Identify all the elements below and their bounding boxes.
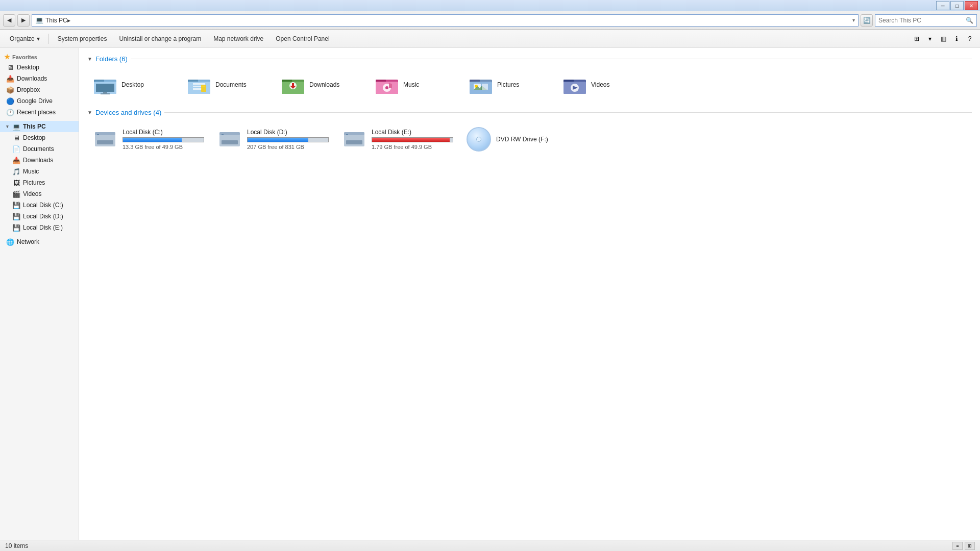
favorites-star-icon: ★ bbox=[4, 53, 10, 61]
drive-icon-f bbox=[467, 127, 491, 152]
sidebar-item-recent-places[interactable]: 🕐 Recent places bbox=[0, 107, 79, 118]
sidebar-item-videos[interactable]: 🎬 Videos bbox=[0, 188, 79, 199]
uninstall-button[interactable]: Uninstall or change a program bbox=[113, 32, 207, 45]
sidebar-item-downloads[interactable]: 📥 Downloads bbox=[0, 155, 79, 166]
folder-item-downloads[interactable]: Downloads bbox=[275, 69, 367, 101]
back-button[interactable]: ◀ bbox=[3, 14, 15, 27]
svg-rect-11 bbox=[193, 88, 202, 90]
forward-button[interactable]: ▶ bbox=[17, 14, 30, 27]
sidebar-item-local-d[interactable]: 💾 Local Disk (D:) bbox=[0, 211, 79, 222]
local-d-icon: 💾 bbox=[12, 212, 20, 220]
drive-icon-d bbox=[217, 127, 242, 152]
drive-info-e: Local Disk (E:) 1.79 GB free of 49.9 GB bbox=[372, 129, 453, 150]
folders-section-header: ▼ Folders (6) bbox=[87, 55, 972, 63]
open-control-panel-button[interactable]: Open Control Panel bbox=[270, 32, 335, 45]
system-properties-button[interactable]: System properties bbox=[52, 32, 113, 45]
folder-item-music[interactable]: Music bbox=[369, 69, 461, 101]
sidebar-item-network[interactable]: 🌐 Network bbox=[0, 236, 79, 247]
details-pane-button[interactable]: ℹ bbox=[950, 33, 963, 45]
dvd-disc-icon bbox=[467, 127, 491, 152]
folder-item-pictures[interactable]: Pictures bbox=[463, 69, 555, 101]
sidebar-item-desktop[interactable]: 🖥 Desktop bbox=[0, 132, 79, 143]
this-pc-expand-icon: ▾ bbox=[6, 124, 9, 129]
refresh-button[interactable]: 🔄 bbox=[861, 14, 873, 27]
drive-bar-fill-c bbox=[123, 138, 182, 142]
svg-rect-5 bbox=[101, 93, 110, 94]
close-button[interactable]: ✕ bbox=[965, 1, 978, 10]
dropbox-icon: 📦 bbox=[6, 86, 14, 94]
content-area: ▼ Folders (6) bbox=[79, 48, 980, 540]
drives-grid: Local Disk (C:) 13.3 GB free of 49.9 GB bbox=[87, 122, 972, 156]
content-inner: ▼ Folders (6) bbox=[79, 48, 980, 161]
svg-rect-4 bbox=[103, 92, 107, 93]
folder-item-desktop[interactable]: Desktop bbox=[87, 69, 179, 101]
folders-section-title: Folders (6) bbox=[95, 55, 128, 63]
main-layout: ★ Favorites 🖥 Desktop 📥 Downloads 📦 Drop… bbox=[0, 48, 980, 540]
maximize-button[interactable]: □ bbox=[950, 1, 964, 10]
recent-places-label: Recent places bbox=[17, 109, 56, 116]
folder-item-videos[interactable]: Videos bbox=[557, 69, 649, 101]
desktop-icon: 🖥 bbox=[12, 134, 20, 142]
drive-item-f[interactable]: DVD RW Drive (F:) bbox=[461, 122, 578, 156]
folder-item-documents[interactable]: Documents bbox=[181, 69, 273, 101]
address-chevron[interactable]: ▾ bbox=[852, 17, 855, 23]
address-box[interactable]: 💻 This PC ▸ ▾ bbox=[32, 14, 859, 27]
address-bar: ◀ ▶ 💻 This PC ▸ ▾ 🔄 🔍 bbox=[0, 11, 980, 30]
network-icon: 🌐 bbox=[6, 238, 14, 246]
svg-point-23 bbox=[385, 86, 388, 89]
status-view-details-button[interactable]: ≡ bbox=[952, 542, 963, 550]
network-label: Network bbox=[17, 238, 39, 245]
documents-label: Documents bbox=[23, 145, 54, 153]
title-bar: ─ □ ✕ bbox=[0, 0, 980, 11]
folder-name-documents: Documents bbox=[215, 81, 247, 88]
local-c-label: Local Disk (C:) bbox=[23, 202, 63, 209]
map-network-button[interactable]: Map network drive bbox=[208, 32, 269, 45]
sidebar-item-google-drive[interactable]: 🔵 Google Drive bbox=[0, 95, 79, 107]
search-input[interactable] bbox=[878, 17, 966, 24]
sidebar-item-dropbox[interactable]: 📦 Dropbox bbox=[0, 84, 79, 95]
help-button[interactable]: ? bbox=[964, 33, 976, 45]
drives-collapse-icon[interactable]: ▼ bbox=[87, 110, 92, 115]
pictures-label: Pictures bbox=[23, 179, 45, 186]
drive-icon-e bbox=[342, 127, 366, 152]
status-view-controls: ≡ ⊞ bbox=[952, 542, 975, 550]
search-box[interactable]: 🔍 bbox=[875, 14, 977, 27]
preview-pane-button[interactable]: ▥ bbox=[937, 33, 949, 45]
address-pc-icon: 💻 bbox=[35, 16, 43, 24]
sidebar-item-music[interactable]: 🎵 Music bbox=[0, 166, 79, 177]
this-pc-icon: 💻 bbox=[12, 122, 20, 131]
local-c-icon: 💾 bbox=[12, 201, 20, 209]
drive-item-d[interactable]: Local Disk (D:) 207 GB free of 831 GB bbox=[212, 122, 334, 156]
sidebar-item-pictures[interactable]: 🖼 Pictures bbox=[0, 177, 79, 188]
sidebar-item-desktop-fav[interactable]: 🖥 Desktop bbox=[0, 62, 79, 73]
search-icon: 🔍 bbox=[966, 17, 973, 24]
dropbox-label: Dropbox bbox=[17, 86, 40, 93]
svg-rect-45 bbox=[222, 140, 238, 144]
view-tiles-button[interactable]: ⊞ bbox=[911, 33, 923, 45]
drive-item-c[interactable]: Local Disk (C:) 13.3 GB free of 49.9 GB bbox=[87, 122, 210, 156]
status-view-grid-button[interactable]: ⊞ bbox=[965, 542, 975, 550]
minimize-button[interactable]: ─ bbox=[936, 1, 949, 10]
sidebar-item-documents[interactable]: 📄 Documents bbox=[0, 143, 79, 155]
drive-name-e: Local Disk (E:) bbox=[372, 129, 453, 136]
view-dropdown-button[interactable]: ▾ bbox=[924, 33, 936, 45]
folder-thumb-videos bbox=[562, 72, 587, 97]
svg-rect-41 bbox=[97, 140, 113, 144]
videos-icon: 🎬 bbox=[12, 190, 20, 198]
sidebar-item-local-e[interactable]: 💾 Local Disk (E:) bbox=[0, 222, 79, 233]
drives-section-header: ▼ Devices and drives (4) bbox=[87, 109, 972, 116]
favorites-label: Favorites bbox=[12, 54, 37, 60]
drive-item-e[interactable]: Local Disk (E:) 1.79 GB free of 49.9 GB bbox=[336, 122, 459, 156]
music-icon: 🎵 bbox=[12, 167, 20, 176]
svg-rect-40 bbox=[97, 134, 99, 135]
sidebar-item-downloads-fav[interactable]: 📥 Downloads bbox=[0, 73, 79, 84]
sidebar-item-local-c[interactable]: 💾 Local Disk (C:) bbox=[0, 199, 79, 211]
drive-bar-bg-d bbox=[247, 137, 329, 142]
drive-icon-c bbox=[93, 127, 117, 152]
organize-button[interactable]: Organize ▾ bbox=[4, 32, 45, 45]
folder-name-videos: Videos bbox=[591, 81, 609, 88]
address-path: This PC bbox=[45, 17, 67, 24]
folders-section-line bbox=[131, 59, 972, 59]
folders-collapse-icon[interactable]: ▼ bbox=[87, 56, 92, 62]
sidebar-item-this-pc[interactable]: ▾ 💻 This PC bbox=[0, 121, 79, 132]
